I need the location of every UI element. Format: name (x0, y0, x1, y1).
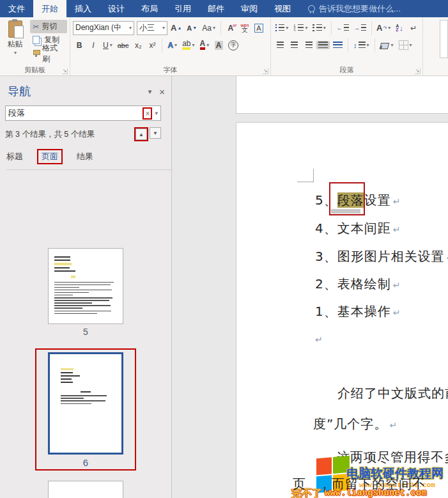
align-left-button[interactable] (274, 41, 286, 49)
underline-button[interactable]: U▾ (101, 40, 114, 51)
thumbnail-page-6-annotation: 6 (35, 348, 136, 471)
doc-line-2: 2、表格绘制↵ (315, 276, 400, 293)
text-effects-button[interactable]: A▾ (166, 40, 179, 51)
nav-tab-pages[interactable]: 页面 (42, 152, 58, 161)
doc-paragraph-line-4-start: 页 (293, 476, 306, 493)
tell-me-box[interactable]: 告诉我您想要做什么... (308, 0, 401, 17)
multilevel-lines (316, 24, 322, 31)
font-group: DengXian (中 ▾ 小三 ▾ A▲ A▼ Aa▾ A wén 文 A (70, 17, 271, 75)
grow-font-button[interactable]: A▲ (169, 22, 183, 33)
separator (375, 38, 375, 52)
next-result-button[interactable]: ▼ (150, 127, 161, 139)
character-shading-icon: A (215, 41, 223, 50)
format-painter-button[interactable]: 格式刷 (30, 47, 67, 60)
tab-view[interactable]: 视图 (266, 0, 299, 17)
font-name-value: DengXian (中 (75, 22, 121, 33)
text-highlight-button[interactable]: ab▾ (180, 40, 196, 51)
tab-design[interactable]: 设计 (100, 0, 133, 17)
cut-button[interactable]: ✂ 剪切 (30, 20, 67, 33)
show-marks-button[interactable]: ↵ (407, 23, 420, 33)
paragraph-dialog-launcher[interactable]: ↘ (415, 68, 421, 74)
page-6[interactable]: 5、段落设置↵ 4、文本间距↵ 3、图形图片相关设置↵ 2、表格绘制↵ 1、基本… (236, 122, 448, 498)
tab-review[interactable]: 审阅 (233, 0, 266, 17)
bold-glyph: B (77, 41, 82, 50)
navigation-close-icon[interactable]: × (159, 86, 165, 97)
search-clear-icon[interactable]: × (144, 109, 151, 118)
line-spacing-lines (359, 42, 366, 49)
separator (220, 21, 221, 35)
superscript-button[interactable]: x² (146, 40, 158, 51)
align-right-button[interactable] (302, 41, 315, 49)
bullets-button[interactable]: ▾ (274, 24, 290, 32)
tab-references[interactable]: 引用 (166, 0, 199, 17)
font-color-button[interactable]: A▾ (198, 40, 212, 51)
paste-dropdown-caret[interactable]: ▾ (14, 50, 17, 56)
character-shading-button[interactable]: A (212, 40, 225, 51)
tab-file[interactable]: 文件 (0, 0, 33, 17)
shading-icon (379, 43, 389, 49)
bold-button[interactable]: B (73, 40, 86, 51)
asian-layout-button[interactable]: A↷▾ (375, 22, 392, 33)
clear-formatting-icon: A (228, 24, 234, 33)
distribute-button[interactable] (331, 41, 344, 49)
increase-indent-button[interactable]: → (352, 24, 368, 32)
nav-tab-headings[interactable]: 标题 (6, 151, 23, 162)
navigation-dropdown-icon[interactable]: ▾ (148, 88, 152, 96)
search-input[interactable]: 段落 × ▾ (5, 105, 161, 121)
align-right-icon (305, 42, 313, 49)
multilevel-list-button[interactable]: ▾ (311, 24, 327, 32)
doc-line-3: 3、图形图片相关设置↵ (315, 248, 448, 265)
paste-button[interactable]: 粘贴 ▾ (3, 19, 27, 65)
prev-result-button[interactable]: ▲ (135, 128, 147, 140)
character-border-button[interactable]: A (252, 23, 265, 33)
subscript-button[interactable]: x₂ (132, 40, 144, 51)
paragraph-group: ▾ 1 2 3▾ ▾ ← → A↷▾ AZ↓ ↵ ↕▾ ▾ (271, 17, 423, 75)
enclose-characters-button[interactable]: 字 (226, 40, 240, 51)
borders-button[interactable]: ▾ (397, 40, 414, 51)
separator (371, 21, 372, 35)
scissors-icon: ✂ (33, 22, 39, 31)
grow-font-glyph: A (171, 23, 176, 33)
strikethrough-button[interactable]: abc (116, 41, 131, 50)
shrink-font-button[interactable]: A▼ (185, 24, 199, 33)
justify-icon (318, 42, 328, 49)
shading-button[interactable]: ▾ (378, 40, 396, 50)
thumbnail-page-6[interactable] (48, 352, 123, 455)
separator (348, 38, 348, 52)
numbering-button[interactable]: 1 2 3▾ (291, 24, 309, 32)
navigation-pane: 导航 ▾ × 段落 × ▾ 第 3 个结果，共 5 个结果 ▲ ▼ 标题 页面 … (0, 76, 172, 498)
decrease-indent-button[interactable]: ← (335, 24, 351, 32)
font-dialog-launcher[interactable]: ↘ (263, 68, 268, 74)
thumbnail-page-5[interactable] (48, 248, 123, 324)
distribute-icon (333, 42, 343, 49)
change-case-button[interactable]: Aa▾ (200, 23, 217, 33)
tab-layout[interactable]: 布局 (133, 0, 166, 17)
sort-button[interactable]: AZ↓ (393, 24, 406, 33)
clear-formatting-button[interactable]: A (224, 23, 237, 33)
line-spacing-button[interactable]: ↕▾ (351, 41, 371, 50)
sort-arrow: ↓ (399, 24, 403, 32)
phonetic-guide-button[interactable]: wén 文 (238, 23, 251, 33)
italic-button[interactable]: I (87, 40, 100, 51)
decrease-indent-icon: ← (337, 25, 343, 31)
logo-square-red (316, 457, 332, 475)
document-area[interactable]: 5、段落设置↵ 4、文本间距↵ 3、图形图片相关设置↵ 2、表格绘制↵ 1、基本… (172, 76, 448, 498)
superscript-glyph: x² (149, 41, 155, 50)
thumbnail-page-7[interactable] (48, 481, 123, 498)
ribbon-tab-bar: 文件 开始 插入 设计 布局 引用 邮件 审阅 视图 告诉我您想要做什么... (0, 0, 448, 17)
font-name-combo[interactable]: DengXian (中 ▾ (73, 21, 134, 35)
font-color-icon: A (200, 40, 206, 50)
tab-home[interactable]: 开始 (33, 0, 66, 17)
justify-button[interactable] (316, 41, 330, 49)
clipboard-dialog-launcher[interactable]: ↘ (62, 68, 68, 74)
font-group-label: 字体 (70, 65, 270, 75)
nav-tab-results[interactable]: 结果 (77, 151, 93, 162)
tab-insert[interactable]: 插入 (66, 0, 100, 17)
align-center-button[interactable] (288, 41, 301, 49)
tab-mailings[interactable]: 邮件 (199, 0, 233, 17)
search-options-caret[interactable]: ▾ (155, 110, 158, 116)
font-size-value: 小三 (139, 22, 155, 33)
paste-icon (8, 20, 22, 38)
font-size-combo[interactable]: 小三 ▾ (137, 21, 167, 35)
borders-icon (399, 40, 408, 50)
